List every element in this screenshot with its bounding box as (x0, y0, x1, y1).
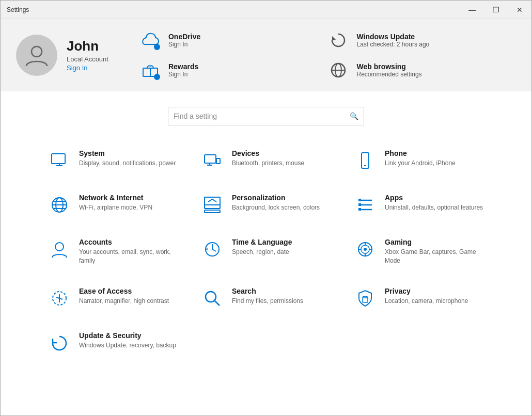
settings-grid: System Display, sound, notifications, po… (1, 136, 531, 373)
settings-item-apps[interactable]: Apps Uninstall, defaults, optional featu… (348, 185, 490, 225)
settings-text-network: Network & Internet Wi-Fi, airplane mode,… (79, 194, 152, 212)
onedrive-icon (139, 29, 161, 51)
rewards-service[interactable]: Rewards Sign In (139, 59, 328, 81)
app-title: Settings (7, 6, 29, 13)
svg-text:A: A (206, 247, 209, 251)
apps-icon (354, 194, 377, 216)
search-icon (201, 287, 224, 310)
settings-item-privacy[interactable]: Privacy Location, camera, microphone (348, 279, 490, 318)
svg-rect-45 (363, 298, 368, 302)
settings-item-devices[interactable]: Devices Bluetooth, printers, mouse (195, 141, 337, 180)
settings-item-update[interactable]: Update & Security Windows Update, recove… (42, 323, 184, 362)
svg-rect-22 (205, 210, 220, 213)
settings-item-gaming[interactable]: Gaming Xbox Game Bar, captures, Game Mod… (348, 230, 490, 274)
system-icon (48, 149, 71, 172)
minimize-button[interactable]: — (460, 1, 484, 19)
svg-rect-28 (358, 203, 361, 206)
settings-item-personalization[interactable]: Personalization Background, lock screen,… (195, 185, 337, 225)
search-box[interactable]: 🔍 (168, 107, 364, 125)
onedrive-service[interactable]: OneDrive Sign In (139, 29, 328, 51)
maximize-button[interactable]: ❐ (484, 1, 508, 19)
phone-icon (354, 149, 377, 172)
svg-point-37 (364, 248, 367, 251)
update-icon (48, 331, 71, 354)
onedrive-dot (154, 44, 160, 50)
header-services: OneDrive Sign In Rewards Sign In (139, 29, 516, 81)
accounts-icon (48, 238, 71, 261)
personalization-icon (201, 194, 224, 216)
svg-rect-7 (52, 154, 65, 164)
profile-info: John Local Account Sign In (67, 38, 108, 72)
settings-text-update: Update & Security Windows Update, recove… (79, 331, 176, 350)
rewards-dot (154, 74, 160, 80)
ease-icon (48, 287, 71, 310)
profile-section: John Local Account Sign In (16, 35, 108, 76)
profile-name: John (67, 38, 108, 54)
network-icon (48, 194, 71, 216)
settings-text-time: Time & Language Speech, region, date (232, 238, 292, 257)
settings-text-apps: Apps Uninstall, defaults, optional featu… (385, 194, 483, 212)
privacy-icon (354, 287, 377, 310)
windows-update-text: Windows Update Last checked: 2 hours ago (356, 33, 429, 48)
web-browsing-service[interactable]: Web browsing Recommended settings (327, 59, 516, 81)
svg-rect-11 (216, 158, 220, 164)
rewards-text: Rewards Sign In (168, 62, 198, 78)
svg-rect-27 (358, 199, 361, 201)
settings-text-accounts: Accounts Your accounts, email, sync, wor… (79, 238, 178, 265)
svg-line-33 (212, 249, 216, 251)
titlebar: Settings — ❐ ✕ (1, 1, 531, 19)
settings-text-devices: Devices Bluetooth, printers, mouse (232, 149, 304, 168)
devices-icon (201, 149, 224, 172)
settings-text-system: System Display, sound, notifications, po… (79, 149, 176, 168)
settings-item-search[interactable]: Search Find my files, permissions (195, 279, 337, 318)
account-type: Local Account (67, 55, 108, 63)
settings-text-gaming: Gaming Xbox Game Bar, captures, Game Mod… (385, 238, 484, 265)
settings-text-ease: Ease of Access Narrator, magnifier, high… (79, 287, 169, 306)
avatar-icon (24, 42, 50, 68)
settings-text-phone: Phone Link your Android, iPhone (385, 149, 456, 168)
svg-rect-29 (358, 208, 361, 211)
profile-sign-in[interactable]: Sign In (67, 64, 87, 72)
svg-line-44 (214, 300, 220, 306)
svg-point-0 (32, 46, 42, 57)
settings-text-personalization: Personalization Background, lock screen,… (232, 194, 320, 212)
settings-item-system[interactable]: System Display, sound, notifications, po… (42, 141, 184, 180)
services-column-1: OneDrive Sign In Rewards Sign In (139, 29, 328, 81)
services-column-2: Windows Update Last checked: 2 hours ago… (327, 29, 516, 81)
web-browsing-icon (327, 59, 349, 81)
settings-item-time[interactable]: A Time & Language Speech, region, date (195, 230, 337, 274)
svg-point-30 (55, 243, 64, 251)
svg-marker-3 (332, 36, 336, 40)
header: John Local Account Sign In OneDrive Sign… (1, 19, 531, 91)
time-icon: A (201, 238, 224, 261)
settings-text-privacy: Privacy Location, camera, microphone (385, 287, 468, 306)
windows-update-service[interactable]: Windows Update Last checked: 2 hours ago (327, 29, 516, 51)
search-icon: 🔍 (350, 112, 358, 120)
search-input[interactable] (174, 112, 350, 120)
rewards-icon (139, 59, 161, 81)
gaming-icon (354, 238, 377, 261)
settings-item-accounts[interactable]: Accounts Your accounts, email, sync, wor… (42, 230, 184, 274)
onedrive-text: OneDrive Sign In (168, 33, 200, 48)
window-controls: — ❐ ✕ (460, 1, 531, 19)
windows-update-icon (327, 29, 349, 51)
web-browsing-text: Web browsing Recommended settings (356, 62, 421, 78)
settings-item-phone[interactable]: Phone Link your Android, iPhone (348, 141, 490, 180)
settings-item-ease[interactable]: Ease of Access Narrator, magnifier, high… (42, 279, 184, 318)
svg-rect-10 (205, 155, 216, 163)
close-button[interactable]: ✕ (508, 1, 531, 19)
search-container: 🔍 (1, 91, 531, 136)
settings-text-search: Search Find my files, permissions (232, 287, 303, 306)
avatar (16, 35, 57, 76)
settings-item-network[interactable]: Network & Internet Wi-Fi, airplane mode,… (42, 185, 184, 225)
